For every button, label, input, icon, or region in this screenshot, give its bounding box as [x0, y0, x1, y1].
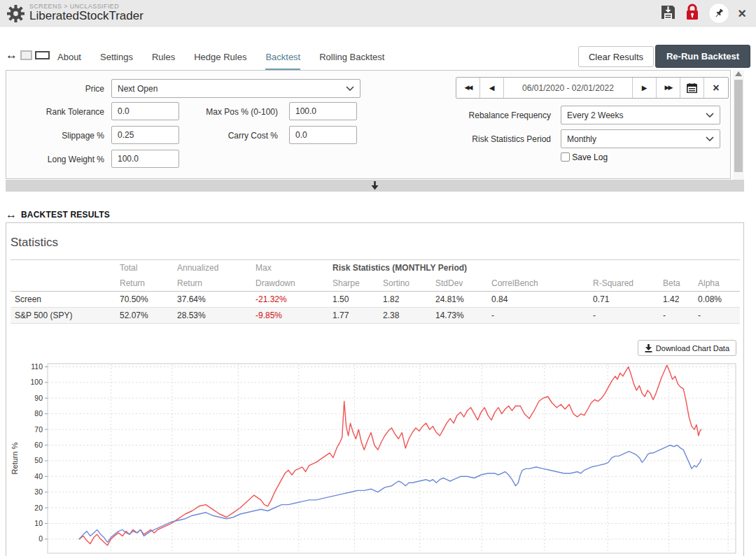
date-last-button[interactable]: ▶▶	[657, 78, 680, 98]
svg-text:30: 30	[34, 487, 43, 496]
price-label: Price	[6, 84, 104, 94]
svg-text:90: 90	[34, 394, 43, 402]
lock-icon[interactable]	[685, 3, 700, 24]
max-pos-input[interactable]	[289, 102, 357, 120]
tab-rolling-backtest[interactable]: Rolling Backtest	[319, 46, 384, 71]
expand-results-icon[interactable]: ↔	[6, 209, 17, 220]
svg-text:50: 50	[34, 456, 43, 464]
svg-text:60: 60	[34, 441, 43, 449]
calendar-icon[interactable]	[680, 78, 704, 98]
statistics-heading: Statistics	[10, 236, 58, 250]
expand-horizontal-icon[interactable]: ↔	[6, 49, 18, 61]
header-bar: SCREENS > UNCLASSIFIED LiberatedStockTra…	[0, 0, 756, 27]
download-icon	[645, 344, 652, 352]
statistics-table: TotalAnnualizedMaxRisk Statistics (MONTH…	[10, 259, 740, 324]
scrollbar-up-arrow-icon[interactable]	[735, 71, 742, 76]
download-chart-data-button[interactable]: Download Chart Data	[638, 340, 736, 356]
form-scrollbar[interactable]	[733, 70, 744, 180]
date-prev-button[interactable]: ◀	[480, 78, 504, 98]
svg-text:10: 10	[34, 519, 43, 527]
scrollbar-thumb[interactable]	[734, 80, 743, 172]
carry-cost-input[interactable]	[289, 126, 357, 144]
tab-list: AboutSettingsRulesHedge RulesBacktestRol…	[57, 46, 384, 71]
svg-text:110: 110	[31, 362, 43, 371]
tab-about[interactable]: About	[57, 46, 81, 71]
page-title: LiberatedStockTrader	[29, 9, 144, 23]
price-select[interactable]: Next Open	[111, 79, 360, 98]
svg-text:0: 0	[38, 534, 43, 543]
long-weight-input[interactable]	[111, 150, 179, 168]
date-first-button[interactable]: ◀◀	[456, 78, 480, 98]
tab-bar: ↔ AboutSettingsRulesHedge RulesBacktestR…	[0, 43, 756, 70]
svg-text:20: 20	[34, 504, 43, 512]
svg-text:100: 100	[30, 378, 43, 386]
table-row: S&P 500 (SPY)52.07%28.53%-9.85%1.772.381…	[10, 308, 740, 324]
slippage-input[interactable]	[111, 126, 179, 144]
svg-text:70: 70	[34, 425, 43, 434]
rerun-backtest-button[interactable]: Re-Run Backtest	[655, 45, 750, 68]
svg-text:Return %: Return %	[10, 442, 19, 474]
long-weight-label: Long Weight %	[6, 155, 104, 164]
close-icon[interactable]: ×	[738, 6, 746, 20]
backtest-settings-panel: Price Next Open Rank Tolerance Max Pos %…	[6, 70, 731, 179]
chevron-down-icon	[706, 113, 714, 117]
date-range-display[interactable]: 06/01/2020 - 02/01/2022	[504, 78, 633, 98]
save-log-label: Save Log	[572, 152, 608, 162]
rebalance-frequency-select[interactable]: Every 2 Weeks	[561, 106, 720, 124]
svg-text:40: 40	[34, 472, 43, 480]
risk-statistics-period-label: Risk Statistics Period	[426, 134, 551, 144]
collapse-down-arrow-icon	[371, 181, 379, 190]
tab-hedge-rules[interactable]: Hedge Rules	[194, 46, 246, 71]
svg-text:80: 80	[34, 409, 43, 418]
backtest-results-panel: Statistics TotalAnnualizedMaxRisk Statis…	[6, 222, 744, 556]
backtest-results-title: BACKTEST RESULTS	[21, 210, 110, 220]
slippage-label: Slippage %	[6, 131, 104, 141]
carry-cost-label: Carry Cost %	[181, 131, 278, 141]
tab-backtest[interactable]: Backtest	[265, 46, 300, 71]
date-clear-button[interactable]: ×	[704, 78, 728, 98]
clear-results-button[interactable]: Clear Results	[578, 46, 654, 67]
date-next-button[interactable]: ▶	[633, 78, 657, 98]
returns-chart: 0102030405060708090100110Return %	[8, 360, 741, 556]
rebalance-frequency-label: Rebalance Frequency	[426, 111, 551, 120]
pin-icon[interactable]	[708, 3, 729, 24]
row-label: Screen	[10, 292, 115, 308]
rank-tolerance-label: Rank Tolerance	[6, 107, 104, 117]
risk-statistics-period-select[interactable]: Monthly	[561, 129, 720, 148]
collapse-settings-bar[interactable]	[6, 180, 744, 192]
table-row: Screen70.50%37.64%-21.32%1.501.8224.81%0…	[10, 292, 740, 308]
gear-icon[interactable]	[6, 4, 25, 26]
chevron-down-icon	[346, 86, 354, 91]
tab-rules[interactable]: Rules	[152, 46, 175, 71]
date-range-nav: ◀◀ ◀ 06/01/2020 - 02/01/2022 ▶ ▶▶ ×	[456, 77, 729, 99]
max-pos-label: Max Pos % (0-100)	[181, 107, 278, 117]
tab-settings[interactable]: Settings	[100, 46, 133, 71]
risk-statistics-group-header: Risk Statistics (MONTHLY Period)	[328, 260, 740, 276]
row-label: S&P 500 (SPY)	[10, 308, 115, 324]
save-log-checkbox[interactable]	[561, 152, 570, 162]
save-icon[interactable]	[660, 4, 676, 23]
wide-layout-icon[interactable]	[35, 51, 50, 59]
chevron-down-icon	[706, 136, 714, 141]
rank-tolerance-input[interactable]	[111, 102, 179, 120]
normal-layout-icon[interactable]	[20, 50, 32, 60]
